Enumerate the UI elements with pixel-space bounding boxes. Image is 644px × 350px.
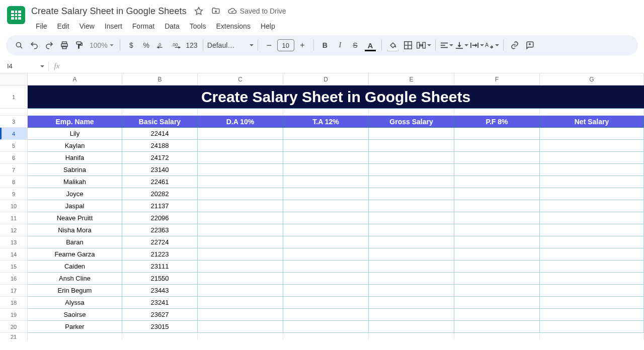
cell[interactable]: 22363 [122,224,198,236]
cell[interactable] [283,128,369,140]
header-cell[interactable]: Gross Salary [369,116,454,128]
cell[interactable] [454,224,540,236]
cell[interactable] [540,188,644,200]
cell[interactable] [540,200,644,212]
cell[interactable] [454,248,540,260]
cell[interactable] [454,260,540,273]
menu-data[interactable]: Data [160,20,184,32]
cell[interactable] [369,200,454,212]
cell[interactable] [369,109,454,116]
font-select[interactable]: Defaul… [207,41,254,49]
cell[interactable]: Alyssa [28,297,122,309]
cell[interactable] [540,260,644,273]
row-header[interactable]: 17 [0,285,28,297]
cell[interactable]: 23241 [122,297,198,309]
cell[interactable] [369,333,454,340]
cell[interactable] [454,333,540,340]
row-header[interactable]: 18 [0,297,28,309]
col-header-a[interactable]: A [28,73,122,85]
cell[interactable] [283,140,369,152]
cell[interactable] [198,164,283,176]
row-header[interactable]: 14 [0,248,28,260]
cell[interactable] [283,224,369,236]
cell[interactable] [540,152,644,164]
percent-button[interactable]: % [139,38,153,52]
cell[interactable] [454,176,540,188]
cell[interactable] [283,333,369,340]
cell[interactable] [454,152,540,164]
menu-file[interactable]: File [31,20,52,32]
cell[interactable]: 22096 [122,212,198,224]
row-header[interactable]: 21 [0,333,28,340]
italic-button[interactable]: I [333,38,347,52]
cell[interactable] [283,297,369,309]
row-header[interactable]: 10 [0,200,28,212]
cell[interactable]: Ansh Cline [28,273,122,285]
row-header[interactable]: 5 [0,140,28,152]
menu-extensions[interactable]: Extensions [211,20,255,32]
cell[interactable] [198,200,283,212]
cell[interactable] [283,260,369,273]
cell[interactable] [540,128,644,140]
borders-button[interactable] [401,38,415,52]
row-header[interactable]: 7 [0,164,28,176]
text-rotation-button[interactable]: A [485,38,499,52]
cell[interactable] [198,140,283,152]
cell[interactable] [540,321,644,333]
cell[interactable]: 24188 [122,140,198,152]
cell[interactable] [198,152,283,164]
cell[interactable]: 22414 [122,128,198,140]
row-header[interactable]: 20 [0,321,28,333]
cell[interactable] [198,285,283,297]
cell[interactable] [454,297,540,309]
menu-format[interactable]: Format [128,20,159,32]
zoom-select[interactable]: 100% [88,41,116,49]
cell[interactable] [454,309,540,321]
vertical-align-button[interactable] [455,38,469,52]
row-header[interactable]: 1 [0,85,28,109]
cell[interactable] [198,309,283,321]
cell[interactable] [454,236,540,248]
row-header[interactable]: 9 [0,188,28,200]
cell[interactable] [454,200,540,212]
cell[interactable]: 24172 [122,152,198,164]
cell[interactable] [283,212,369,224]
cell[interactable] [369,309,454,321]
cell[interactable] [369,236,454,248]
cell[interactable] [198,176,283,188]
menu-tools[interactable]: Tools [185,20,211,32]
row-header[interactable]: 13 [0,236,28,248]
select-all-corner[interactable] [0,73,28,85]
cell[interactable]: Hanifa [28,152,122,164]
cell[interactable] [454,109,540,116]
cell[interactable] [454,212,540,224]
cell[interactable]: Lily [28,128,122,140]
header-cell[interactable]: T.A 12% [283,116,369,128]
cell[interactable] [454,128,540,140]
doc-title[interactable]: Create Salary Sheet in Google Sheets [31,6,187,17]
cell[interactable] [540,248,644,260]
cell[interactable]: Baran [28,236,122,248]
menu-edit[interactable]: Edit [53,20,74,32]
cell[interactable] [454,164,540,176]
header-cell[interactable]: P.F 8% [454,116,540,128]
cell[interactable] [198,273,283,285]
row-header[interactable]: 8 [0,176,28,188]
cell[interactable] [283,236,369,248]
insert-link-button[interactable] [508,38,522,52]
row-header[interactable]: 19 [0,309,28,321]
menu-help[interactable]: Help [256,20,280,32]
cell[interactable] [369,128,454,140]
font-size-input[interactable]: 10 [277,39,294,51]
cell[interactable] [283,248,369,260]
row-header[interactable] [0,109,28,116]
merge-cells-button[interactable] [416,38,431,52]
cell[interactable] [198,260,283,273]
cell[interactable] [28,109,122,116]
col-header-b[interactable]: B [122,73,198,85]
name-box[interactable]: I4 [0,62,48,70]
col-header-c[interactable]: C [198,73,283,85]
cell[interactable] [283,152,369,164]
menu-view[interactable]: View [75,20,99,32]
header-cell[interactable]: Basic Salary [122,116,198,128]
